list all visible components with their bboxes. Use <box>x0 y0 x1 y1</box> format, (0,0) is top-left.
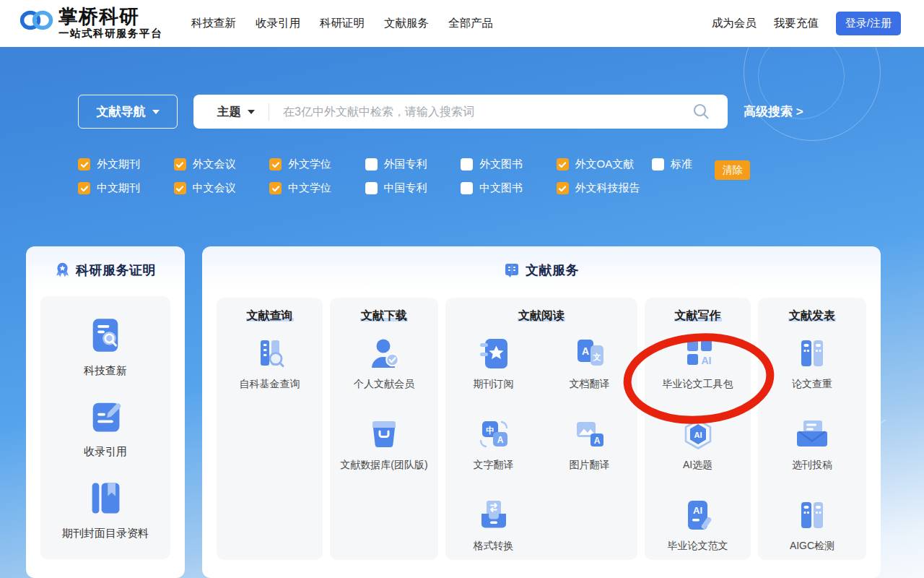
svg-text:文: 文 <box>592 353 601 361</box>
recharge-link[interactable]: 我要充值 <box>774 16 819 31</box>
ai-topic-icon: AI <box>680 416 716 452</box>
item-journal-subscribe[interactable]: 期刊订阅 <box>474 335 514 391</box>
nav-item-citation[interactable]: 收录引用 <box>256 16 300 31</box>
filter-chinese-book[interactable]: 中文图书 <box>461 181 557 195</box>
item-label: 文档翻译 <box>570 378 610 391</box>
check-icon <box>80 160 89 169</box>
cert-item-label: 科技查新 <box>84 364 127 378</box>
column-header: 文献下载 <box>330 309 438 324</box>
filter-label: 外文OA文献 <box>575 158 635 171</box>
filter-label: 标准 <box>671 158 692 171</box>
book-icon <box>504 262 520 278</box>
thesis-sample-ai-icon: AI <box>680 497 716 533</box>
search-field-label: 主题 <box>217 104 241 120</box>
checkbox[interactable] <box>365 158 378 171</box>
svg-text:AI: AI <box>693 505 702 516</box>
item-thesis-toolkit[interactable]: AI 毕业论文工具包 <box>663 335 733 391</box>
login-register-button[interactable]: 登录/注册 <box>836 12 901 35</box>
item-text-translate[interactable]: 中 A 文字翻译 <box>474 416 514 472</box>
filter-foreign-oa[interactable]: 外文OA文献 <box>557 158 653 171</box>
filter-foreign-degree[interactable]: 外文学位 <box>269 158 365 171</box>
column-literature-publish: 文献发表 论文查重 <box>758 298 866 560</box>
check-icon <box>80 184 89 193</box>
search-filters: 外文期刊 外文会议 外文学位 外国专利 外文图书 外文OA文献 <box>78 152 748 200</box>
item-ai-topic[interactable]: AI AI选题 <box>680 416 716 472</box>
item-thesis-sample[interactable]: AI 毕业论文范文 <box>668 497 728 553</box>
text-translate-icon: 中 A <box>476 416 512 452</box>
check-icon <box>558 184 567 193</box>
filter-chinese-patent[interactable]: 中国专利 <box>365 181 461 195</box>
filter-label: 外文科技报告 <box>575 181 640 195</box>
nav-item-all-products[interactable]: 全部产品 <box>448 16 493 31</box>
svg-text:A: A <box>593 436 600 446</box>
nav-item-doc-service[interactable]: 文献服务 <box>384 16 429 31</box>
filter-foreign-patent[interactable]: 外国专利 <box>365 158 461 171</box>
cert-card-title: 科研服务证明 <box>76 262 156 279</box>
search-input[interactable] <box>283 105 692 118</box>
checkbox[interactable] <box>557 182 569 194</box>
filter-foreign-conference[interactable]: 外文会议 <box>174 158 270 171</box>
checkbox[interactable] <box>461 158 473 171</box>
medal-icon <box>55 262 70 278</box>
check-icon <box>175 184 184 193</box>
page: { "header": { "logo_title": "掌桥科研", "log… <box>0 0 924 578</box>
checkbox[interactable] <box>174 182 186 194</box>
logo-subtitle: 一站式科研服务平台 <box>58 27 162 40</box>
filter-chinese-journal[interactable]: 中文期刊 <box>78 181 174 195</box>
search-field-dropdown[interactable]: 主题 <box>193 104 255 120</box>
checkbox[interactable] <box>78 158 90 171</box>
check-icon <box>558 160 567 169</box>
chevron-down-icon <box>248 110 255 114</box>
logo-infinity-icon <box>20 9 54 38</box>
filter-foreign-tech-report[interactable]: 外文科技报告 <box>557 181 653 195</box>
cert-item-tech-check[interactable]: 科技查新 <box>84 316 127 378</box>
literature-nav-dropdown[interactable]: 文献导航 <box>78 95 178 129</box>
item-image-translate[interactable]: A 图片翻译 <box>570 416 610 472</box>
checkbox[interactable] <box>652 158 664 171</box>
paper-check-icon <box>794 335 830 371</box>
filter-label: 中文会议 <box>193 181 236 195</box>
filter-foreign-journal[interactable]: 外文期刊 <box>78 158 174 171</box>
filter-foreign-book[interactable]: 外文图书 <box>461 158 557 171</box>
checkbox[interactable] <box>269 158 282 171</box>
document-search-icon <box>86 316 125 355</box>
filter-label: 外文学位 <box>288 158 331 171</box>
filter-label: 外文期刊 <box>97 158 140 171</box>
item-label: 图片翻译 <box>570 459 610 472</box>
item-plagiarism-check[interactable]: 论文查重 <box>792 335 832 391</box>
checkbox[interactable] <box>557 158 569 171</box>
cert-item-citation[interactable]: 收录引用 <box>84 397 127 459</box>
item-fund-search[interactable]: 自科基金查询 <box>240 335 300 391</box>
svg-text:AI: AI <box>694 431 702 439</box>
logo[interactable]: 掌桥科研 一站式科研服务平台 <box>20 7 162 40</box>
checkbox[interactable] <box>174 158 186 171</box>
item-label: 自科基金查询 <box>240 378 300 391</box>
item-doc-translate[interactable]: A 文 文档翻译 <box>570 335 610 391</box>
item-format-convert[interactable]: 格式转换 <box>474 497 514 553</box>
item-personal-member[interactable]: 个人文献会员 <box>354 335 414 391</box>
filter-label: 中国专利 <box>384 181 427 195</box>
check-icon <box>271 160 280 169</box>
become-member-link[interactable]: 成为会员 <box>712 16 757 31</box>
cert-item-journal-cover[interactable]: 期刊封面目录资料 <box>62 478 149 540</box>
svg-text:A: A <box>497 435 503 445</box>
nav-item-certificate[interactable]: 科研证明 <box>320 16 365 31</box>
column-literature-query: 文献查询 自科基金查询 <box>217 298 323 560</box>
checkbox[interactable] <box>269 182 282 194</box>
filter-chinese-degree[interactable]: 中文学位 <box>269 181 365 195</box>
clear-filters-button[interactable]: 清除 <box>715 160 750 180</box>
checkbox[interactable] <box>365 182 378 194</box>
checkbox[interactable] <box>78 182 90 194</box>
checkbox[interactable] <box>461 182 473 194</box>
advanced-search-link[interactable]: 高级搜索 > <box>744 103 803 120</box>
search-icon[interactable] <box>692 103 710 121</box>
book-bookmark-icon <box>86 478 125 517</box>
nav-item-tech-check[interactable]: 科技查新 <box>191 16 236 31</box>
column-header: 文献阅读 <box>445 309 637 324</box>
filter-label: 外文图书 <box>479 158 523 171</box>
item-journal-submit[interactable]: 选刊投稿 <box>792 416 832 472</box>
item-aigc-detect[interactable]: AIGC检测 <box>790 497 834 553</box>
filter-label: 外文会议 <box>193 158 236 171</box>
item-team-database[interactable]: 文献数据库(团队版) <box>340 416 427 472</box>
filter-chinese-conference[interactable]: 中文会议 <box>174 181 270 195</box>
